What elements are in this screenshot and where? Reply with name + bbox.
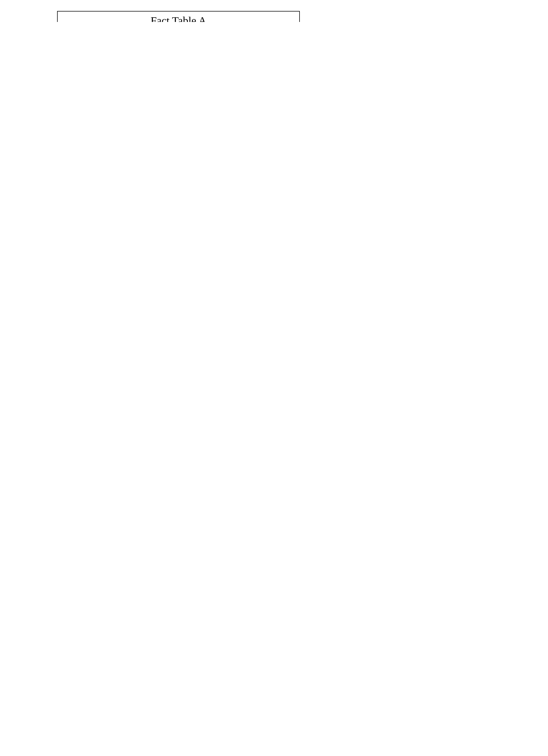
fact-table-a: Fact Table ACol_1Col_2Col_3Col_4Col_5Col… (57, 11, 300, 22)
fact-table-title: Fact Table A (57, 11, 300, 22)
